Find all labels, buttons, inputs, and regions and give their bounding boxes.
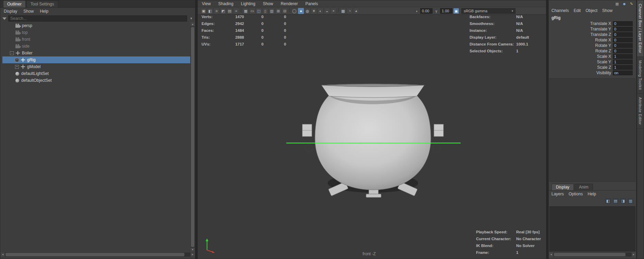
new-layer-from-selected-icon[interactable]: ◨	[620, 198, 626, 204]
field-chart-icon[interactable]: ▥	[269, 8, 275, 14]
viewport-canvas[interactable]: Verts:147000 Edges:294200 Faces:148400 T…	[198, 15, 546, 258]
menu-view[interactable]: View	[202, 1, 211, 6]
scroll-right-icon[interactable]: ►	[191, 252, 195, 257]
pencil-icon[interactable]: ✎	[629, 1, 634, 7]
toggle-layers-icon[interactable]: ◧	[605, 198, 611, 204]
channel-value-field[interactable]: 0	[613, 27, 633, 31]
channel-value-field[interactable]: on	[613, 70, 633, 75]
menu-panels[interactable]: Panels	[305, 1, 318, 6]
node-name[interactable]: gRig	[551, 15, 561, 20]
channel-box-horizontal-scrollbar[interactable]: ◄ ►	[549, 252, 636, 257]
tab-outliner[interactable]: Outliner	[3, 0, 26, 8]
expand-icon[interactable]: +	[15, 65, 19, 69]
outliner-row-grig[interactable]: + gRig	[2, 56, 190, 63]
user-icon[interactable]: ☻	[622, 1, 627, 7]
channel-value-field[interactable]: 1	[613, 60, 633, 64]
scroll-left-icon[interactable]: ◄	[1, 252, 5, 257]
outliner-row-top[interactable]: top	[2, 29, 190, 36]
outliner-row-boiler[interactable]: − Boiler	[2, 50, 190, 56]
image-plane-icon[interactable]: ▤	[227, 8, 233, 14]
scroll-left-icon[interactable]: ◄	[549, 252, 553, 257]
multisample-icon[interactable]: ▩	[340, 8, 346, 14]
outliner-row-persp[interactable]: persp	[2, 22, 190, 29]
menu-help[interactable]: Help	[587, 192, 596, 196]
filter-icon[interactable]	[2, 17, 7, 20]
layer-list-empty[interactable]	[549, 206, 635, 251]
menu-edit[interactable]: Edit	[574, 8, 581, 13]
scrollbar-thumb[interactable]	[191, 27, 194, 247]
selected-curve[interactable]	[286, 143, 461, 143]
menu-display[interactable]: Display	[4, 9, 17, 14]
outliner-search-input[interactable]	[8, 15, 187, 22]
gamma-field[interactable]: 1.00	[440, 8, 452, 14]
isolate-select-icon[interactable]: ◕	[353, 8, 359, 14]
search-dropdown-icon[interactable]: ▼	[189, 15, 194, 22]
select-camera-icon[interactable]: ▣	[201, 8, 207, 14]
shadows-icon[interactable]: ◐	[317, 8, 324, 14]
xray-icon[interactable]: ◔	[347, 8, 353, 14]
sidebar-tab-modeling-toolkit[interactable]: Modeling Toolkit	[637, 57, 643, 94]
menu-help[interactable]: Help	[40, 9, 48, 14]
safe-title-icon[interactable]: ⊟	[282, 8, 288, 14]
safe-action-icon[interactable]: ⊞	[275, 8, 281, 14]
menu-show[interactable]: Show	[23, 9, 34, 14]
gamma-icon[interactable]: γ	[434, 8, 439, 14]
collapse-icon[interactable]: −	[10, 51, 14, 55]
menu-show[interactable]: Show	[602, 8, 612, 13]
menu-options[interactable]: Options	[569, 192, 583, 196]
layout-grid-icon[interactable]: ▦	[615, 1, 620, 7]
sidebar-tab-channel-box[interactable]: Channel Box / Layer Editor	[637, 0, 643, 57]
color-management-dropdown[interactable]: sRGB gamma ▼	[461, 8, 515, 14]
scroll-down-icon[interactable]: ▼	[191, 248, 195, 252]
expand-icon[interactable]: +	[15, 58, 19, 62]
tab-display[interactable]: Display	[551, 184, 574, 190]
outliner-row-front[interactable]: front	[2, 36, 190, 43]
menu-shading[interactable]: Shading	[218, 1, 233, 6]
use-all-lights-icon[interactable]: ☀	[311, 8, 317, 14]
exposure-field[interactable]: 0.00	[420, 8, 433, 14]
outliner-horizontal-scrollbar[interactable]: ◄ ►	[1, 252, 195, 257]
camera-attributes-icon[interactable]: ≡	[214, 8, 220, 14]
outliner-row-defaultlightset[interactable]: defaultLightSet	[2, 70, 190, 77]
tab-anim[interactable]: Anim	[574, 184, 593, 190]
menu-lighting[interactable]: Lighting	[241, 1, 255, 6]
lock-camera-icon[interactable]: ◧	[207, 8, 213, 14]
menu-show[interactable]: Show	[263, 1, 273, 6]
smooth-shade-icon[interactable]: ●	[298, 8, 304, 14]
tab-tool-settings[interactable]: Tool Settings	[26, 0, 58, 8]
wireframe-icon[interactable]: ◯	[291, 8, 297, 14]
motion-blur-icon[interactable]: ◓	[330, 8, 337, 14]
new-empty-layer-icon[interactable]: ▤	[613, 198, 618, 204]
scroll-up-icon[interactable]: ▲	[191, 22, 195, 26]
scrollbar-thumb[interactable]	[5, 253, 184, 256]
bookmarks-icon[interactable]: ◩	[220, 8, 226, 14]
menu-channels[interactable]: Channels	[551, 8, 569, 13]
film-gate-icon[interactable]: ▭	[249, 8, 255, 14]
gate-mask-icon[interactable]: ▯	[262, 8, 268, 14]
channel-value-field[interactable]: 0	[613, 32, 633, 37]
channel-value-field[interactable]: 1	[613, 65, 633, 70]
outliner-row-side[interactable]: side	[2, 43, 190, 50]
menu-renderer[interactable]: Renderer	[281, 1, 298, 6]
outliner-row-gmodel[interactable]: + gModel	[2, 63, 190, 70]
layer-options-icon[interactable]: ▥	[628, 198, 633, 204]
color-management-icon[interactable]: ▣	[453, 8, 459, 14]
resolution-gate-icon[interactable]: ◫	[256, 8, 262, 14]
outliner-row-defaultobjectset[interactable]: defaultObjectSet	[2, 77, 190, 84]
scroll-right-icon[interactable]: ►	[632, 252, 636, 257]
textured-icon[interactable]: ◍	[304, 8, 311, 14]
outliner-vertical-scrollbar[interactable]: ▲ ▼	[191, 22, 195, 252]
channel-value-field[interactable]: 0	[613, 38, 633, 42]
exposure-icon[interactable]: ◑	[414, 8, 419, 14]
channel-value-field[interactable]: 0	[613, 43, 633, 48]
scrollbar-thumb[interactable]	[554, 253, 625, 256]
sidebar-tab-attribute-editor[interactable]: Attribute Editor	[637, 94, 643, 129]
channel-value-field[interactable]: 0	[613, 21, 633, 26]
channel-value-field[interactable]: 0	[613, 49, 633, 53]
channel-value-field[interactable]: 1	[613, 54, 633, 59]
screen-space-ao-icon[interactable]: ◒	[324, 8, 330, 14]
grid-icon[interactable]: ▦	[243, 8, 249, 14]
menu-object[interactable]: Object	[585, 8, 597, 13]
menu-layers[interactable]: Layers	[551, 192, 564, 196]
pan-zoom-icon[interactable]: +	[233, 8, 239, 14]
